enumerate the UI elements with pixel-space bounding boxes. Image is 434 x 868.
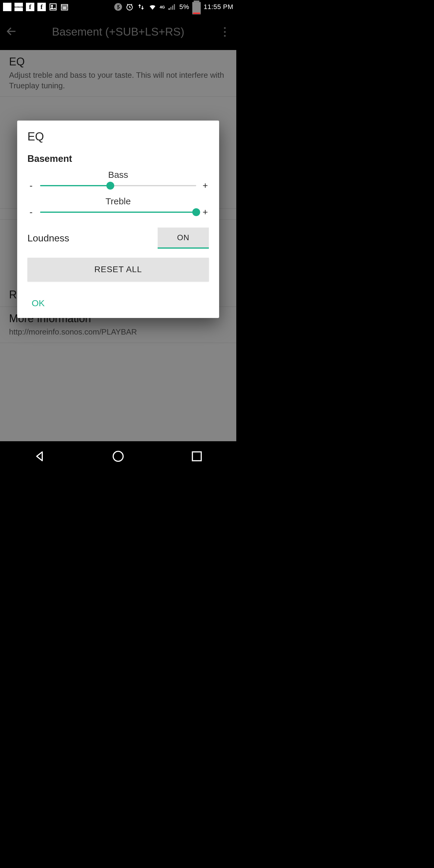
svg-point-4 bbox=[64, 7, 65, 7]
bass-slider[interactable] bbox=[40, 181, 196, 190]
facebook-icon: f bbox=[26, 3, 34, 11]
sonos-app-icon: SONOS bbox=[14, 3, 23, 11]
svg-point-3 bbox=[63, 7, 63, 7]
reset-all-button[interactable]: RESET ALL bbox=[27, 258, 209, 281]
android-nav-bar bbox=[0, 441, 236, 472]
treble-slider-thumb[interactable] bbox=[192, 208, 200, 216]
svg-rect-14 bbox=[174, 4, 175, 10]
bass-label: Bass bbox=[27, 170, 209, 180]
battery-percentage: 5% bbox=[179, 3, 189, 11]
bass-slider-block: Bass - + bbox=[27, 170, 209, 191]
treble-label: Treble bbox=[27, 196, 209, 207]
data-sync-icon bbox=[137, 3, 145, 11]
svg-rect-12 bbox=[170, 7, 172, 10]
battery-icon bbox=[192, 3, 201, 11]
svg-point-5 bbox=[66, 7, 66, 7]
bass-slider-thumb[interactable] bbox=[106, 182, 114, 190]
svg-rect-0 bbox=[50, 4, 56, 10]
treble-slider[interactable] bbox=[40, 208, 196, 217]
svg-rect-13 bbox=[172, 5, 173, 10]
svg-point-8 bbox=[66, 8, 66, 9]
clock-time: 11:55 PM bbox=[204, 3, 233, 11]
nav-back-button[interactable] bbox=[33, 450, 46, 464]
picture-icon bbox=[49, 3, 57, 11]
nav-back-icon bbox=[33, 450, 46, 463]
bass-decrease-button[interactable]: - bbox=[27, 181, 35, 191]
nav-home-button[interactable] bbox=[112, 450, 125, 464]
treble-decrease-button[interactable]: - bbox=[27, 207, 35, 217]
notification-dots-icon bbox=[3, 3, 11, 11]
alarm-icon bbox=[125, 3, 134, 11]
wifi-icon bbox=[148, 3, 157, 11]
svg-rect-15 bbox=[193, 1, 199, 2]
treble-slider-block: Treble - + bbox=[27, 196, 209, 217]
eq-dialog: EQ Basement Bass - + Treble - bbox=[17, 121, 219, 318]
svg-point-7 bbox=[64, 8, 65, 9]
dialog-room-name: Basement bbox=[27, 153, 209, 164]
nav-recent-button[interactable] bbox=[190, 450, 204, 464]
svg-rect-19 bbox=[193, 452, 201, 461]
svg-point-18 bbox=[113, 452, 123, 461]
loudness-label: Loudness bbox=[27, 233, 69, 244]
loudness-toggle[interactable]: ON bbox=[158, 227, 209, 249]
svg-rect-11 bbox=[168, 8, 170, 10]
status-bar: SONOS f f 4G 5% 11:55 PM bbox=[0, 0, 236, 14]
svg-point-6 bbox=[63, 8, 63, 9]
ok-button[interactable]: OK bbox=[27, 296, 49, 311]
svg-point-1 bbox=[51, 5, 53, 7]
signal-icon bbox=[168, 3, 176, 11]
dialog-title: EQ bbox=[27, 130, 209, 143]
network-type: 4G bbox=[160, 5, 165, 9]
svg-point-9 bbox=[114, 3, 122, 11]
treble-increase-button[interactable]: + bbox=[202, 207, 209, 217]
bass-increase-button[interactable]: + bbox=[202, 181, 209, 191]
facebook-icon: f bbox=[37, 3, 46, 11]
bluetooth-icon bbox=[114, 3, 122, 11]
nav-recent-icon bbox=[190, 450, 204, 463]
calendar-icon bbox=[60, 3, 69, 11]
nav-home-icon bbox=[112, 450, 125, 463]
